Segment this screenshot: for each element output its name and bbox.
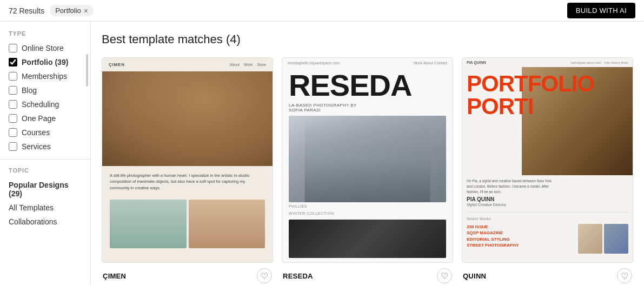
cimen-logo: ÇIMEN bbox=[109, 62, 125, 67]
reseda-caption: PHILLIES bbox=[282, 202, 453, 210]
quinn-thumb-2 bbox=[604, 224, 628, 254]
quinn-name-label: QUINN bbox=[463, 272, 486, 280]
cimen-images-row bbox=[102, 195, 273, 253]
filter-tag-close[interactable]: × bbox=[84, 7, 88, 15]
label-courses: Courses bbox=[22, 128, 50, 137]
filter-online-store[interactable]: Online Store bbox=[0, 41, 90, 55]
cimen-preview[interactable]: ÇIMEN About Work Store A still-life phot… bbox=[102, 57, 273, 263]
filter-portfolio[interactable]: Portfolio (39) bbox=[0, 55, 90, 69]
cimen-nav: About Work Store bbox=[230, 63, 266, 67]
quinn-heart-button[interactable]: ♡ bbox=[617, 268, 632, 283]
topic-collaborations[interactable]: Collaborations bbox=[0, 215, 90, 229]
quinn-description: I'm Pia, a stylist and creative based be… bbox=[462, 175, 633, 196]
cimen-image-1 bbox=[110, 200, 187, 248]
reseda-header: resedaphoto.squarespace.com Work About C… bbox=[282, 58, 453, 68]
label-scheduling: Scheduling bbox=[22, 100, 59, 109]
checkbox-services[interactable] bbox=[9, 142, 17, 151]
section-heading: Best template matches (4) bbox=[102, 32, 633, 47]
content-area: Best template matches (4) ÇIMEN About Wo… bbox=[91, 22, 644, 285]
cimen-main-image bbox=[102, 71, 273, 166]
quinn-header: PIA QUINN hello@pia-quinn.com Info Selec… bbox=[462, 58, 633, 67]
reseda-title: RESEDA bbox=[282, 68, 453, 103]
checkbox-courses[interactable] bbox=[9, 128, 17, 137]
reseda-photo bbox=[289, 116, 446, 202]
filter-services[interactable]: Services bbox=[0, 140, 90, 154]
topic-section: TOPIC Popular Designs (29) All Templates… bbox=[0, 165, 90, 229]
quinn-thumb-1 bbox=[578, 224, 602, 254]
label-online-store: Online Store bbox=[22, 44, 64, 52]
cimen-nav-store: Store bbox=[257, 63, 266, 67]
checkbox-blog[interactable] bbox=[9, 86, 17, 95]
quinn-divider bbox=[467, 212, 628, 213]
cimen-plant-overlay bbox=[102, 71, 273, 166]
filter-memberships[interactable]: Memberships bbox=[0, 69, 90, 83]
reseda-footer: RESEDA ♡ bbox=[282, 263, 453, 285]
quinn-big-text: PORTFOLIOPORTI bbox=[467, 72, 594, 118]
template-grid: ÇIMEN About Work Store A still-life phot… bbox=[102, 57, 633, 285]
scrollbar[interactable] bbox=[86, 54, 88, 87]
cimen-text-block: A still-life photographer with a human h… bbox=[102, 166, 273, 195]
filter-blog[interactable]: Blog bbox=[0, 83, 90, 97]
cimen-heart-button[interactable]: ♡ bbox=[257, 268, 272, 283]
quinn-bottom: 239 ISSUE SQSP MAGAZINE EDITORIAL STYLIN… bbox=[462, 222, 633, 258]
label-services: Services bbox=[22, 142, 51, 151]
reseda-winter-text: WINTER COLLECTION bbox=[282, 210, 453, 217]
sidebar-divider bbox=[0, 159, 90, 160]
reseda-preview[interactable]: resedaphoto.squarespace.com Work About C… bbox=[282, 57, 453, 263]
reseda-photo-figures bbox=[304, 116, 430, 202]
filter-tag-label: Portfolio bbox=[55, 6, 81, 15]
quinn-preview[interactable]: PIA QUINN hello@pia-quinn.com Info Selec… bbox=[462, 57, 633, 263]
topic-popular-designs[interactable]: Popular Designs (29) bbox=[0, 178, 90, 201]
build-ai-button[interactable]: BUILD WITH AI bbox=[567, 3, 635, 18]
quinn-link-3: EDITORIAL STYLING bbox=[467, 236, 576, 242]
topic-section-label: TOPIC bbox=[0, 167, 90, 178]
filter-one-page[interactable]: One Page bbox=[0, 111, 90, 125]
quinn-thumbnails bbox=[578, 224, 628, 254]
template-card-cimen: ÇIMEN About Work Store A still-life phot… bbox=[102, 57, 273, 285]
cimen-footer: ÇIMEN ♡ bbox=[102, 263, 273, 285]
quinn-orange-links: 239 ISSUE SQSP MAGAZINE EDITORIAL STYLIN… bbox=[467, 224, 576, 248]
top-bar: 72 Results Portfolio × BUILD WITH AI bbox=[0, 0, 644, 22]
cimen-name: ÇIMEN bbox=[103, 272, 126, 280]
top-bar-left: 72 Results Portfolio × bbox=[9, 5, 94, 16]
checkbox-online-store[interactable] bbox=[9, 44, 17, 52]
reseda-heart-button[interactable]: ♡ bbox=[437, 268, 452, 283]
checkbox-scheduling[interactable] bbox=[9, 100, 17, 109]
reseda-subtitle: LA-BASED PHOTOGRAPHY BYSOFIA PARAZI bbox=[282, 103, 453, 116]
quinn-link-4: STREET PHOTOGRAPHY bbox=[467, 242, 576, 248]
reseda-nav-links: Work About Contact bbox=[414, 61, 447, 65]
label-one-page: One Page bbox=[22, 114, 56, 123]
quinn-title: Stylist Creative Director bbox=[462, 203, 633, 210]
template-card-reseda: resedaphoto.squarespace.com Work About C… bbox=[282, 57, 453, 285]
sidebar: TYPE Online Store Portfolio (39) Members… bbox=[0, 22, 91, 285]
quinn-link-2: SQSP MAGAZINE bbox=[467, 230, 576, 236]
reseda-site-url: resedaphoto.squarespace.com bbox=[288, 61, 340, 65]
template-card-quinn: PIA QUINN hello@pia-quinn.com Info Selec… bbox=[462, 57, 633, 285]
cimen-body-text: A still-life photographer with a human h… bbox=[110, 173, 265, 191]
filter-tag: Portfolio × bbox=[50, 5, 94, 16]
cimen-image-2 bbox=[189, 200, 265, 248]
checkbox-portfolio[interactable] bbox=[9, 58, 17, 67]
quinn-name: PIA QUINN bbox=[462, 196, 633, 203]
results-count: 72 Results bbox=[9, 6, 44, 15]
type-section-label: TYPE bbox=[0, 30, 90, 41]
label-portfolio: Portfolio (39) bbox=[22, 58, 68, 67]
main-layout: TYPE Online Store Portfolio (39) Members… bbox=[0, 22, 644, 285]
filter-courses[interactable]: Courses bbox=[0, 125, 90, 140]
topic-all-templates[interactable]: All Templates bbox=[0, 201, 90, 215]
checkbox-memberships[interactable] bbox=[9, 72, 17, 81]
label-memberships: Memberships bbox=[22, 72, 67, 81]
quinn-nav-hello: hello@pia-quinn.com bbox=[571, 61, 601, 64]
filter-scheduling[interactable]: Scheduling bbox=[0, 97, 90, 111]
quinn-logo-small: PIA QUINN bbox=[467, 61, 486, 64]
reseda-bottom-image bbox=[289, 220, 446, 258]
label-blog: Blog bbox=[22, 86, 37, 95]
checkbox-one-page[interactable] bbox=[9, 114, 17, 123]
quinn-selected-label: Select Works bbox=[462, 215, 633, 222]
reseda-name: RESEDA bbox=[283, 272, 313, 280]
cimen-nav-work: Work bbox=[244, 63, 253, 67]
quinn-hero: PORTFOLIOPORTI bbox=[462, 67, 633, 175]
cimen-header: ÇIMEN About Work Store bbox=[102, 58, 273, 71]
cimen-nav-about: About bbox=[230, 63, 240, 67]
quinn-link-1: 239 ISSUE bbox=[467, 224, 576, 230]
